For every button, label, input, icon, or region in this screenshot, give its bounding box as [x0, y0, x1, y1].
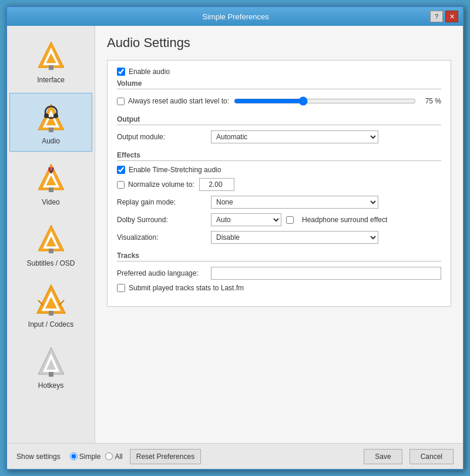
always-reset-label[interactable]: Always reset audio start level to:	[128, 97, 229, 105]
sidebar-item-interface[interactable]: Interface	[9, 32, 92, 90]
normalize-row: Normalize volume to:	[117, 177, 441, 192]
sidebar-label-input: Input / Codecs	[28, 320, 73, 328]
window-title: Simple Preferences	[41, 12, 430, 21]
reset-button[interactable]: Reset Preferences	[130, 449, 201, 464]
interface-icon	[33, 38, 69, 73]
sidebar-label-video: Video	[42, 198, 59, 206]
tracks-section: Tracks Preferred audio language: Submit …	[117, 252, 441, 292]
dialog-body: Interface Audio	[7, 26, 463, 443]
sidebar-label-audio: Audio	[42, 137, 60, 145]
dolby-controls: Auto On Off Headphone surround effect	[211, 213, 387, 226]
output-module-row: Output module: Automatic ALSA PulseAudio…	[117, 130, 441, 144]
svg-rect-31	[49, 372, 53, 377]
volume-reset-row: Always reset audio start level to: 75 %	[117, 94, 441, 108]
visualization-label: Visualization:	[117, 233, 211, 242]
preferred-audio-label: Preferred audio language:	[117, 269, 211, 277]
simple-label: Simple	[79, 452, 101, 461]
submit-stats-label[interactable]: Submit played tracks stats to Last.fm	[129, 284, 244, 292]
audio-settings-box: Enable audio Volume Always reset audio s…	[107, 60, 451, 307]
simple-radio[interactable]	[70, 452, 78, 460]
sidebar-item-subtitles[interactable]: Subtitles / OSD	[9, 215, 92, 274]
output-module-select[interactable]: Automatic ALSA PulseAudio OSS	[211, 130, 378, 143]
time-stretch-checkbox[interactable]	[117, 166, 125, 174]
svg-rect-7	[49, 128, 53, 132]
title-bar: Simple Preferences ? ✕	[7, 7, 463, 26]
video-icon	[33, 160, 69, 196]
replay-gain-row: Replay gain mode: None Track Album	[117, 195, 441, 209]
normalize-label[interactable]: Normalize volume to:	[128, 180, 194, 189]
sidebar-label-subtitles: Subtitles / OSD	[26, 259, 75, 267]
normalize-checkbox[interactable]	[117, 181, 125, 189]
time-stretch-label[interactable]: Enable Time-Stretching audio	[129, 166, 221, 174]
dolby-select[interactable]: Auto On Off	[211, 213, 281, 226]
preferred-audio-input[interactable]	[211, 267, 441, 280]
simple-radio-label[interactable]: Simple	[70, 452, 101, 461]
save-button[interactable]: Save	[364, 449, 402, 464]
cancel-button[interactable]: Cancel	[409, 449, 454, 464]
settings-mode-group: Simple All	[70, 452, 123, 461]
all-radio[interactable]	[105, 452, 113, 460]
sidebar-label-interface: Interface	[37, 76, 65, 84]
sidebar-item-hotkeys[interactable]: Hotkeys	[9, 337, 92, 396]
all-radio-label[interactable]: All	[105, 452, 122, 461]
all-label: All	[115, 452, 122, 461]
svg-rect-3	[49, 65, 53, 70]
sidebar-item-input[interactable]: Input / Codecs	[9, 276, 92, 335]
volume-header: Volume	[117, 79, 441, 89]
headphone-label[interactable]: Headphone surround effect	[302, 216, 387, 224]
preferred-language-row: Preferred audio language:	[117, 266, 441, 280]
submit-stats-checkbox[interactable]	[117, 284, 125, 292]
svg-point-9	[44, 113, 49, 118]
replay-gain-select[interactable]: None Track Album	[211, 196, 378, 209]
dialog-window: Simple Preferences ? ✕ Interface	[6, 6, 464, 470]
dolby-row: Dolby Surround: Auto On Off Headphone su…	[117, 213, 441, 227]
help-button[interactable]: ?	[430, 11, 443, 22]
svg-rect-21	[49, 249, 53, 253]
dolby-label: Dolby Surround:	[117, 216, 211, 224]
page-title: Audio Settings	[107, 35, 451, 51]
title-controls: ? ✕	[430, 11, 458, 22]
volume-slider-container: 75 %	[234, 96, 441, 106]
visualization-row: Visualization: Disable Spectrum Scope Vu…	[117, 230, 441, 244]
time-stretch-row: Enable Time-Stretching audio	[117, 166, 441, 174]
svg-rect-25	[49, 311, 53, 316]
enable-audio-label[interactable]: Enable audio	[129, 68, 170, 76]
sidebar: Interface Audio	[7, 26, 95, 443]
volume-slider[interactable]	[234, 96, 416, 106]
output-header: Output	[117, 115, 441, 125]
sidebar-item-video[interactable]: Video	[9, 154, 92, 213]
visualization-select[interactable]: Disable Spectrum Scope Vuimeter Goom	[211, 231, 378, 244]
output-section: Output Output module: Automatic ALSA Pul…	[117, 115, 441, 144]
bottom-bar: Show settings Simple All Reset Preferenc…	[7, 443, 463, 469]
sidebar-label-hotkeys: Hotkeys	[38, 381, 63, 390]
svg-rect-14	[49, 187, 53, 192]
tracks-header: Tracks	[117, 252, 441, 262]
enable-audio-row: Enable audio	[117, 68, 441, 76]
headphone-checkbox[interactable]	[286, 216, 294, 224]
submit-stats-row: Submit played tracks stats to Last.fm	[117, 284, 441, 292]
hotkeys-icon	[33, 344, 69, 379]
audio-icon	[33, 99, 69, 135]
main-content: Audio Settings Enable audio Volume Alway…	[95, 26, 463, 443]
volume-value: 75 %	[421, 97, 441, 105]
svg-point-10	[53, 113, 58, 118]
input-icon	[33, 283, 69, 318]
effects-header: Effects	[117, 151, 441, 161]
sidebar-item-audio[interactable]: Audio	[9, 93, 92, 152]
normalize-spinbox[interactable]	[199, 178, 234, 191]
show-settings-label: Show settings	[16, 452, 61, 461]
output-module-label: Output module:	[117, 133, 211, 141]
enable-audio-checkbox[interactable]	[117, 68, 125, 76]
replay-gain-label: Replay gain mode:	[117, 198, 211, 206]
always-reset-checkbox[interactable]	[117, 98, 125, 105]
subtitles-icon	[33, 222, 69, 257]
volume-section: Volume Always reset audio start level to…	[117, 79, 441, 108]
effects-section: Effects Enable Time-Stretching audio Nor…	[117, 151, 441, 244]
close-button[interactable]: ✕	[445, 11, 458, 22]
